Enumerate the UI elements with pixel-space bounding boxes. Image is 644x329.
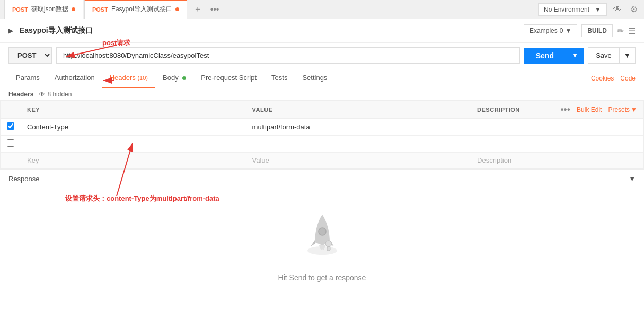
tab-easypoi[interactable]: POST Easypoi导入测试接口 (84, 0, 187, 19)
hidden-badge: 👁 8 hidden (39, 91, 72, 98)
three-dots-icon[interactable]: ••• (561, 105, 570, 114)
row2-checkbox[interactable] (7, 139, 14, 147)
rocket-illustration (296, 209, 349, 267)
edit-icon-button[interactable]: ✏ (617, 26, 624, 36)
headers-table-wrapper: KEY VALUE DESCRIPTION ••• Bulk Edit (0, 101, 644, 169)
row1-key: Content-Type (27, 123, 68, 131)
row2-desc-cell (471, 136, 643, 153)
tab-method-2: POST (92, 6, 108, 13)
tab-tests[interactable]: Tests (264, 68, 295, 88)
value-placeholder: Value (252, 156, 269, 164)
send-button[interactable]: Send (524, 48, 566, 64)
save-btn-group: Save ▼ (588, 47, 636, 64)
bulk-edit-button[interactable]: Bulk Edit (577, 106, 602, 113)
tab-label-1: 获取json数据 (31, 5, 68, 14)
hidden-count: 8 hidden (47, 91, 72, 98)
tab-params[interactable]: Params (8, 68, 47, 88)
chevron-down-icon-2: ▼ (565, 27, 571, 34)
key-placeholder: Key (27, 156, 39, 164)
save-dropdown-button[interactable]: ▼ (620, 47, 636, 64)
code-link[interactable]: Code (620, 75, 636, 82)
chevron-down-icon-3: ▼ (629, 175, 636, 183)
doc-icon-button[interactable]: ☰ (628, 26, 636, 36)
svg-point-1 (319, 228, 326, 235)
eye-icon-button[interactable]: 👁 (611, 3, 624, 16)
svg-point-2 (325, 241, 332, 247)
col-desc-header: DESCRIPTION ••• Bulk Edit Presets ▼ (471, 101, 643, 119)
col-check (1, 101, 21, 119)
tab-dot-1 (72, 7, 75, 11)
collapse-button[interactable]: ▶ (8, 27, 13, 34)
sub-headers-label: Headers (8, 91, 33, 98)
environment-area: No Environment ▼ 👁 ⚙ (538, 2, 640, 16)
request-tabs-nav: Params Authorization Headers (10) Body P… (0, 68, 644, 88)
empty-response-text: Hit Send to get a response (278, 273, 366, 282)
request-title-row: ▶ Easypoi导入测试接口 Examples 0 ▼ BUILD ✏ ☰ (0, 19, 644, 43)
row1-value-cell: multipart/form-data (246, 119, 471, 136)
row2-value-cell (246, 136, 471, 153)
table-header-row: KEY VALUE DESCRIPTION ••• Bulk Edit (1, 101, 643, 119)
col-key-header: KEY (21, 101, 246, 119)
headers-table: KEY VALUE DESCRIPTION ••• Bulk Edit (1, 101, 643, 168)
env-label: No Environment (544, 6, 589, 13)
env-select[interactable]: No Environment ▼ (538, 3, 607, 16)
send-dropdown-button[interactable]: ▼ (566, 48, 584, 64)
col-value-header: VALUE (246, 101, 471, 119)
tab-actions: ＋ ••• (191, 2, 222, 17)
row2-key-cell (21, 136, 246, 153)
tab-bar: POST 获取json数据 POST Easypoi导入测试接口 ＋ ••• N… (0, 0, 644, 19)
examples-label: Examples (530, 27, 558, 34)
row1-checkbox[interactable] (7, 122, 14, 130)
save-button[interactable]: Save (588, 47, 620, 64)
send-btn-group: Send ▼ (524, 48, 584, 64)
placeholder-row: Key Value Description (1, 153, 643, 168)
more-tabs-button[interactable]: ••• (208, 3, 222, 16)
tab-method-1: POST (12, 6, 28, 13)
tab-headers[interactable]: Headers (10) (102, 68, 155, 88)
url-input[interactable] (56, 47, 520, 64)
tab-label-2: Easypoi导入测试接口 (111, 5, 172, 14)
tab-body[interactable]: Body (155, 68, 193, 88)
examples-count: 0 (560, 27, 563, 34)
chevron-down-icon: ▼ (595, 6, 601, 13)
row1-value: multipart/form-data (252, 123, 310, 131)
tab-get-json[interactable]: POST 获取json数据 (4, 0, 83, 19)
table-row (1, 136, 643, 153)
eye-icon-small: 👁 (39, 91, 45, 98)
table-row: Content-Type multipart/form-data (1, 119, 643, 136)
empty-response: Hit Send to get a response (0, 188, 644, 292)
headers-table-body: Content-Type multipart/form-data (1, 119, 643, 168)
headers-badge: (10) (137, 75, 148, 81)
presets-chevron-icon: ▼ (631, 106, 637, 113)
row2-check-cell (1, 136, 21, 153)
svg-rect-3 (327, 247, 330, 251)
desc-placeholder: Description (477, 156, 511, 164)
settings-icon-button[interactable]: ⚙ (628, 2, 640, 16)
response-label: Response (8, 175, 40, 183)
build-button[interactable]: BUILD (581, 24, 613, 37)
response-area[interactable]: Response ▼ (0, 169, 644, 188)
url-bar: POST Send ▼ Save ▼ (0, 43, 644, 68)
row1-check-cell (1, 119, 21, 136)
request-title: Easypoi导入测试接口 (20, 26, 517, 35)
presets-button[interactable]: Presets ▼ (608, 106, 637, 113)
body-dot (182, 76, 186, 80)
tab-settings[interactable]: Settings (295, 68, 334, 88)
tab-dot-2 (175, 7, 179, 11)
tab-prerequest[interactable]: Pre-request Script (193, 68, 264, 88)
examples-button[interactable]: Examples 0 ▼ (524, 24, 577, 37)
row1-key-cell: Content-Type (21, 119, 246, 136)
sub-headers-row: Headers 👁 8 hidden (0, 88, 644, 101)
row1-desc-cell (471, 119, 643, 136)
method-select[interactable]: POST (8, 47, 52, 64)
add-tab-button[interactable]: ＋ (191, 2, 204, 17)
tab-authorization[interactable]: Authorization (47, 68, 102, 88)
cookies-link[interactable]: Cookies (591, 75, 614, 82)
